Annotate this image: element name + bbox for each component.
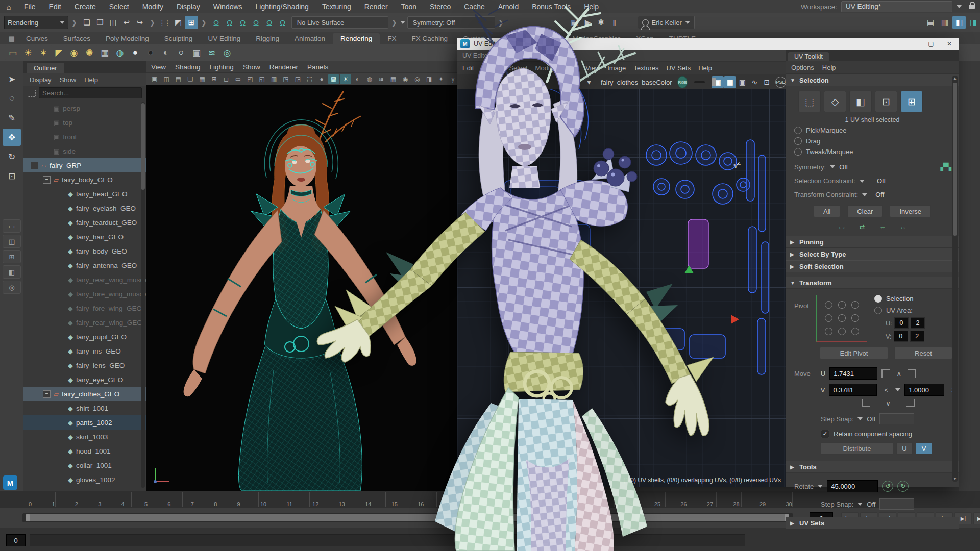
distribute-button[interactable]: Distribute xyxy=(821,442,893,455)
uv-menu-item[interactable]: Tools xyxy=(562,64,578,72)
transform-constraint-value[interactable]: Off xyxy=(875,191,884,198)
move-u-field[interactable]: 1.7431 xyxy=(829,367,877,380)
resolution-gate-icon[interactable]: ◰ xyxy=(244,74,255,84)
expand-toggle[interactable]: − xyxy=(31,162,38,169)
outliner-row[interactable]: persp xyxy=(23,101,146,115)
image-ratio-button[interactable]: ▣ xyxy=(736,76,748,88)
point-light-icon[interactable]: ✶ xyxy=(36,45,51,60)
single-pane-layout-button[interactable]: ▭ xyxy=(3,219,21,233)
gamma-icon[interactable]: γ xyxy=(448,74,458,84)
uv-area-u-min[interactable]: 0 xyxy=(894,317,909,329)
menu-item[interactable]: Display xyxy=(170,0,207,13)
uv-menu-item[interactable]: Modify xyxy=(535,64,555,72)
outliner-row[interactable]: skirt_1003 xyxy=(23,430,146,444)
render-globe-icon[interactable]: ◎ xyxy=(219,45,235,60)
select-range-icon[interactable]: ↔ xyxy=(895,221,911,232)
selection-mode-radio[interactable]: Drag xyxy=(786,137,959,145)
blinn-material-icon[interactable]: ● xyxy=(143,45,158,60)
uv-area-u-max[interactable]: 2 xyxy=(911,317,925,329)
outliner-row[interactable]: fairy_head_GEO xyxy=(23,187,146,201)
lasso-tool[interactable]: ◌ xyxy=(3,90,21,107)
outliner-row[interactable]: fairy_rear_wing_muscles_GEO xyxy=(23,272,146,287)
psd-network-icon[interactable]: PSD xyxy=(775,77,786,88)
snap-projected-center-icon[interactable]: Ω xyxy=(250,16,263,29)
outliner-row[interactable]: front xyxy=(23,130,146,144)
maya-m-badge[interactable]: M xyxy=(3,475,17,490)
collapsed-section[interactable]: ▶Soft Selection xyxy=(786,260,959,272)
pivot-mode-uvarea[interactable]: UV Area: xyxy=(874,307,925,314)
collapsed-section[interactable]: ▶Select By Type xyxy=(786,248,959,260)
menu-item[interactable]: Cache xyxy=(457,0,491,13)
menu-item[interactable]: Arnold xyxy=(492,0,525,13)
camera-attributes-icon[interactable]: ▤ xyxy=(173,74,184,84)
shaded-icon[interactable]: ● xyxy=(316,74,327,84)
motion-blur-icon[interactable]: ≋ xyxy=(204,45,219,60)
screen-space-ao-icon[interactable]: ◍ xyxy=(364,74,375,84)
outliner-search-input[interactable] xyxy=(39,87,142,98)
menu-item[interactable]: Texturing xyxy=(315,0,358,13)
rotate-ccw-button[interactable]: ↺ xyxy=(882,481,893,492)
persp-outliner-layout-button[interactable]: ◧ xyxy=(3,265,21,279)
uv-area-v-min[interactable]: 0 xyxy=(894,331,908,342)
xray-icon[interactable]: ◨ xyxy=(424,74,434,84)
exposure-icon[interactable]: ✦ xyxy=(435,74,446,84)
open-scene-icon[interactable]: ❐ xyxy=(93,16,107,29)
viewport-menu-item[interactable]: Show xyxy=(243,63,260,71)
uv-menu-item[interactable]: View xyxy=(585,64,600,72)
select-camera-icon[interactable]: ▣ xyxy=(149,74,160,84)
menu-item[interactable]: File xyxy=(17,0,42,13)
menu-item[interactable]: Stereo xyxy=(423,0,457,13)
channel-box-toggle-icon[interactable]: ◧ xyxy=(952,16,966,29)
save-scene-icon[interactable]: ◫ xyxy=(107,16,120,29)
viewport-menu-item[interactable]: Panels xyxy=(307,63,328,71)
move-left-button[interactable]: < xyxy=(881,386,891,394)
menu-item[interactable]: Render xyxy=(358,0,395,13)
collapsed-section[interactable]: ▶Pinning xyxy=(786,236,959,248)
shelf-menu-icon[interactable]: ▤ xyxy=(5,35,18,44)
outliner-row[interactable]: belt_02_1002 xyxy=(23,487,146,491)
undo-icon[interactable]: ↩ xyxy=(120,16,133,29)
motion-blur-toggle-icon[interactable]: ≋ xyxy=(376,74,386,84)
rotate-field[interactable]: 45.0000 xyxy=(827,480,878,492)
shelf-tab[interactable]: Rendering xyxy=(333,33,380,44)
redo-icon[interactable]: ↪ xyxy=(133,16,146,29)
toolkit-menu-item[interactable]: Options xyxy=(791,64,814,71)
rotate-tool[interactable]: ↻ xyxy=(3,148,21,165)
area-light-icon[interactable]: ▭ xyxy=(5,45,20,60)
texture-dropdown-arrow-icon[interactable]: ▾ xyxy=(583,76,595,88)
outliner-row[interactable]: fairy_body_GEO xyxy=(23,244,146,258)
outliner-row[interactable]: − fairy_clothes_GEO xyxy=(23,387,146,401)
spot-light-icon[interactable]: ◤ xyxy=(51,45,66,60)
select-hierarchy-icon[interactable]: ⬚ xyxy=(158,16,172,29)
outliner-row[interactable]: fairy_iris_GEO xyxy=(23,344,146,358)
isolate-select-icon[interactable]: ◎ xyxy=(412,74,423,84)
outliner-row[interactable]: fairy_hair_GEO xyxy=(23,230,146,244)
texture-name[interactable]: fairy_clothes_baseColor xyxy=(601,79,672,86)
paint-select-tool[interactable]: ✎ xyxy=(3,109,21,127)
outliner-row[interactable]: fairy_fore_wing_muscles_GEO xyxy=(23,287,146,301)
section-tools[interactable]: ▶Tools xyxy=(786,461,959,473)
filter-icon[interactable] xyxy=(28,89,36,97)
shelf-tab[interactable]: Rigging xyxy=(248,33,287,44)
safe-action-icon[interactable]: ◳ xyxy=(280,74,291,84)
depth-of-field-icon[interactable]: ◉ xyxy=(400,74,410,84)
symmetry-field[interactable]: Symmetry: Off xyxy=(407,16,495,29)
pinch-uv-icon[interactable]: ∿ xyxy=(748,76,761,88)
move-tool[interactable]: ✥ xyxy=(3,129,21,146)
tool-settings-toggle-icon[interactable]: ▥ xyxy=(938,16,951,29)
render-camera-icon[interactable]: ▣ xyxy=(189,45,204,60)
uv-menu-item[interactable]: Edit xyxy=(462,64,474,72)
move-v-field[interactable]: 0.3781 xyxy=(829,384,877,396)
account-menu[interactable]: Eric Keller xyxy=(638,16,695,29)
outliner-row[interactable]: − fairy_body_GEO xyxy=(23,172,146,187)
directional-light-icon[interactable]: ☀ xyxy=(20,45,36,60)
safe-title-icon[interactable]: ◲ xyxy=(292,74,303,84)
maya-home-icon[interactable]: ⌂ xyxy=(0,3,17,11)
standard-surface-icon[interactable]: ● xyxy=(128,45,143,60)
expand-toggle[interactable]: − xyxy=(43,390,51,398)
reset-pivot-button[interactable]: Reset xyxy=(894,347,952,359)
grow-selection-icon[interactable]: ⇄ xyxy=(854,221,870,232)
viewport-canvas[interactable] xyxy=(146,85,458,491)
film-gate-icon[interactable]: ▭ xyxy=(233,74,243,84)
ambient-light-icon[interactable]: ✺ xyxy=(82,45,97,60)
